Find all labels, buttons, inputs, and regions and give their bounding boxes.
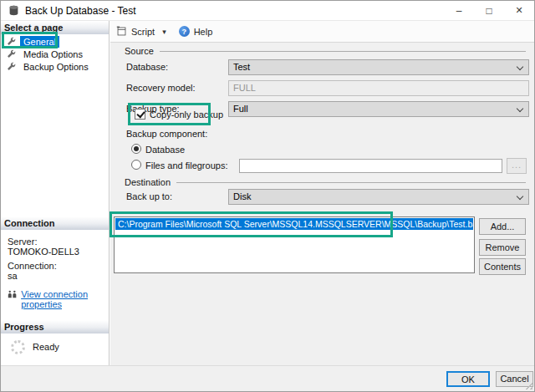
wrench-icon xyxy=(7,62,16,71)
group-rule xyxy=(176,182,526,183)
dialog-toolbar: Script ▾ ? Help xyxy=(110,21,534,43)
select-a-page-header: Select a page xyxy=(1,21,109,34)
recovery-model-field: FULL xyxy=(228,80,529,96)
database-label: Database: xyxy=(126,62,168,72)
backup-path-item[interactable]: C:\Program Files\Microsoft SQL Server\MS… xyxy=(115,218,473,230)
chevron-down-icon xyxy=(517,105,523,112)
footer-bar: OK Cancel xyxy=(1,365,534,391)
help-button[interactable]: ? Help xyxy=(166,26,213,37)
script-button[interactable]: Script ▾ xyxy=(116,26,166,37)
progress-status: Ready xyxy=(33,342,59,352)
cancel-button[interactable]: Cancel xyxy=(496,371,533,387)
wrench-icon xyxy=(7,37,16,46)
server-value: TOMOKO-DELL3 xyxy=(8,247,109,257)
connection-header: Connection xyxy=(1,216,109,230)
sidebar-item-media-options[interactable]: Media Options xyxy=(1,48,109,60)
database-icon xyxy=(8,5,19,16)
browse-button[interactable]: ... xyxy=(507,158,527,174)
database-combobox[interactable]: Test xyxy=(228,59,529,75)
help-icon: ? xyxy=(179,26,190,37)
contents-button[interactable]: Contents xyxy=(479,258,526,275)
back-up-to-combobox[interactable]: Disk xyxy=(228,189,529,205)
sidebar-item-label: Media Options xyxy=(20,48,86,60)
group-rule xyxy=(160,51,526,52)
chevron-down-icon xyxy=(517,193,523,200)
server-label: Server: xyxy=(8,237,109,247)
backup-type-value: Full xyxy=(233,104,248,114)
backup-database-dialog: Back Up Database - Test – □ ✕ Select a p… xyxy=(0,0,535,392)
help-label: Help xyxy=(194,27,213,37)
script-label: Script xyxy=(131,27,155,37)
files-filegroups-input[interactable] xyxy=(239,159,502,173)
progress-section: Progress Ready xyxy=(1,320,109,354)
sidebar-item-label: Backup Options xyxy=(20,61,92,73)
connection-label: Connection: xyxy=(8,261,109,271)
database-value: Test xyxy=(233,62,250,72)
title-bar[interactable]: Back Up Database - Test – □ ✕ xyxy=(1,1,534,21)
sidebar-item-backup-options[interactable]: Backup Options xyxy=(1,60,109,73)
connection-section: Connection Server: TOMOKO-DELL3 Connecti… xyxy=(1,216,109,309)
window-title: Back Up Database - Test xyxy=(25,5,136,17)
page-list: General Media Options Backup Options xyxy=(1,34,109,73)
back-up-to-label: Back up to: xyxy=(126,191,172,201)
add-button[interactable]: Add... xyxy=(479,218,526,235)
backup-type-combobox[interactable]: Full xyxy=(228,101,529,117)
files-filegroups-radio[interactable] xyxy=(131,160,141,170)
minimize-button[interactable]: – xyxy=(444,1,474,20)
connection-value: sa xyxy=(8,271,109,281)
sidebar-item-general[interactable]: General xyxy=(1,35,109,48)
progress-header: Progress xyxy=(1,320,109,333)
chevron-down-icon xyxy=(517,64,523,70)
connection-properties-icon xyxy=(8,289,17,299)
script-icon xyxy=(116,26,127,37)
source-group-label: Source xyxy=(125,46,154,56)
progress-spinner-icon xyxy=(11,340,25,354)
close-button[interactable]: ✕ xyxy=(504,1,534,20)
back-up-to-value: Disk xyxy=(233,191,251,201)
maximize-button[interactable]: □ xyxy=(474,1,504,20)
sidebar-item-label: General xyxy=(20,36,59,48)
main-panel: Source Database: Test Recovery model: FU… xyxy=(110,43,534,365)
copy-only-backup-checkbox[interactable] xyxy=(135,109,145,120)
sidebar: Select a page General Media Options Back… xyxy=(1,21,110,365)
wrench-icon xyxy=(7,49,16,59)
recovery-model-label: Recovery model: xyxy=(126,83,196,93)
database-radio-label: Database xyxy=(145,145,185,155)
view-connection-properties-link[interactable]: View connection properties xyxy=(21,289,109,309)
backup-component-label: Backup component: xyxy=(126,129,207,139)
ok-button[interactable]: OK xyxy=(446,371,490,387)
files-filegroups-label: Files and filegroups: xyxy=(145,160,227,171)
remove-button[interactable]: Remove xyxy=(479,239,526,256)
database-radio[interactable] xyxy=(131,144,141,154)
destination-group-label: Destination xyxy=(125,177,171,187)
backup-destination-list[interactable]: C:\Program Files\Microsoft SQL Server\MS… xyxy=(114,216,475,273)
copy-only-backup-label: Copy-only backup xyxy=(150,109,223,120)
